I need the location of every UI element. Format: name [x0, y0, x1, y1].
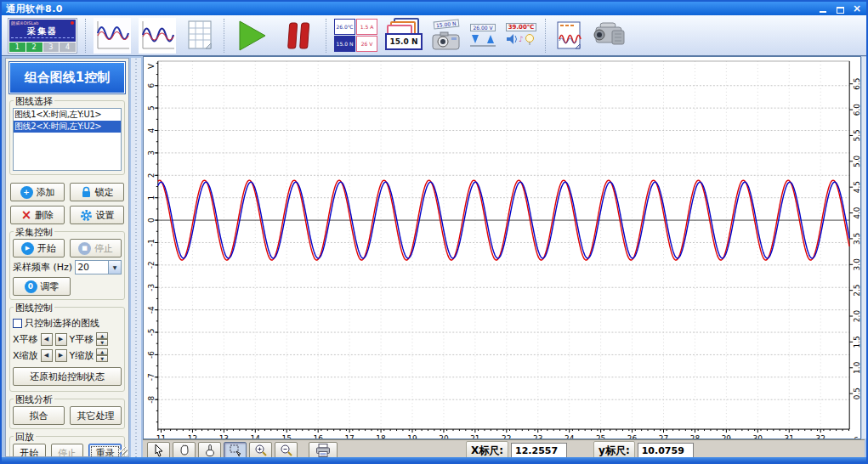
zero-label: 调零 — [41, 280, 60, 293]
svg-text:0.5: 0.5 — [853, 388, 860, 399]
svg-text:1.0: 1.0 — [853, 361, 860, 374]
graph-button[interactable] — [136, 16, 179, 55]
svg-text:4.5: 4.5 — [853, 181, 860, 193]
svg-text:21: 21 — [470, 434, 479, 439]
sample-rate-label: 采样频率 (Hz) — [13, 261, 72, 274]
svg-text:11: 11 — [156, 434, 166, 439]
svg-text:20: 20 — [439, 434, 449, 439]
window-title: 通用软件8.0 — [6, 3, 818, 15]
y-pan-up-button[interactable]: ▲ — [96, 332, 108, 339]
toolbar-separator — [85, 19, 86, 53]
meter-force: 15.0 N — [334, 36, 355, 52]
playback-start-button[interactable]: 开始 — [13, 444, 46, 457]
y-ruler-value[interactable]: 10.0759 — [638, 443, 694, 458]
graph-list-item-selected[interactable]: 图线2<X:时间,左Y:U2> — [14, 121, 121, 133]
collector-device-icon: 朗威®DISLab 采集器 1 2 3 4 — [8, 18, 77, 54]
maximize-icon — [837, 7, 844, 14]
playback-stop-button[interactable]: 停止 — [51, 444, 84, 457]
fit-button[interactable]: 拟合 — [13, 406, 65, 425]
svg-text:25: 25 — [596, 434, 605, 439]
playback-group: 回放 开始 停止 重录 - + — [9, 436, 125, 457]
svg-text:12: 12 — [188, 434, 197, 439]
graph-list[interactable]: 图线1<X:时间,左Y:U1> 图线2<X:时间,左Y:U2> — [13, 108, 122, 171]
combined-graph-button[interactable] — [91, 16, 133, 55]
y-zoom-up-button[interactable]: ▲ — [96, 348, 108, 355]
temperature-control-button[interactable]: 39.00℃ ♪ — [502, 16, 540, 55]
y-zoom-down-button[interactable]: ▼ — [96, 355, 108, 362]
delete-x-icon: × — [21, 209, 32, 221]
run-button[interactable] — [230, 16, 274, 55]
svg-text:2.5: 2.5 — [853, 285, 860, 297]
control-panel: 组合图线1控制 图线选择 图线1<X:时间,左Y:U1> 图线2<X:时间,左Y… — [5, 58, 129, 457]
graph-control-label: 图线控制 — [14, 302, 54, 314]
voltage-control-button[interactable]: 26.00 V — [466, 16, 500, 55]
x-zoom-out-button[interactable]: ◀ — [41, 349, 53, 362]
acquire-stop-button[interactable]: ■ 停止 — [70, 239, 122, 257]
window-bottom-border — [2, 457, 866, 462]
marquee-zoom-icon — [229, 444, 242, 457]
multi-meter-button[interactable]: 26.0℃ 1.5 A 15.0 N 26 V — [332, 16, 380, 55]
plus-icon: + — [20, 186, 33, 199]
y-pan-spinner: ▲ ▼ — [96, 332, 108, 346]
x-zoom-label: X缩放 — [13, 349, 38, 362]
y-pan-down-button[interactable]: ▼ — [96, 339, 108, 346]
lock-button[interactable]: 锁定 — [70, 183, 124, 201]
panel-title: 组合图线1控制 — [9, 62, 125, 93]
gear-icon — [80, 209, 93, 222]
minimize-icon — [820, 11, 826, 13]
reset-control-button[interactable]: 还原初始控制状态 — [13, 367, 122, 386]
sample-rate-combo[interactable]: 20 ▼ — [75, 260, 122, 274]
svg-text:30: 30 — [753, 434, 763, 439]
settings-button[interactable]: 设置 — [70, 206, 124, 224]
minimize-button[interactable] — [818, 4, 828, 14]
svg-text:3.0: 3.0 — [853, 258, 860, 271]
rerecord-button[interactable]: 重录 — [88, 444, 122, 457]
data-table-button[interactable] — [181, 16, 218, 55]
chart-labels: -8-7-6-5-4-3-2-10123456V0.51.01.52.02.53… — [147, 63, 860, 439]
svg-text:5.5: 5.5 — [853, 129, 860, 141]
acquire-start-button[interactable]: ▶ 开始 — [13, 239, 65, 257]
snapshot-button[interactable]: 15.00 N — [429, 16, 463, 55]
combo-dropdown-icon[interactable]: ▼ — [108, 261, 121, 274]
settings-label: 设置 — [96, 209, 115, 222]
play-icon — [235, 19, 269, 53]
collector-title: 采集器 — [11, 25, 74, 38]
x-zoom-in-button[interactable]: ▶ — [55, 349, 67, 362]
graph-list-item[interactable]: 图线1<X:时间,左Y:U1> — [14, 109, 121, 121]
only-selected-label: 只控制选择的图线 — [25, 317, 99, 330]
svg-text:-1: -1 — [147, 239, 156, 246]
maximize-button[interactable] — [835, 4, 845, 14]
svg-text:-7: -7 — [147, 373, 156, 381]
card-meter-button[interactable]: 15.0 N — [383, 16, 427, 55]
close-button[interactable]: × — [852, 4, 862, 14]
svg-text:17: 17 — [344, 434, 354, 439]
speaker-bulb-icon: ♪ — [505, 32, 537, 48]
svg-text:19: 19 — [407, 434, 417, 439]
analysis-group: 图线分析 拟合 其它处理 — [9, 399, 125, 429]
table-icon — [184, 18, 216, 54]
camera-icon: 15.00 N — [432, 20, 461, 51]
voltage-reading: 26.00 V — [470, 24, 495, 31]
panel-resize-grip[interactable] — [119, 447, 128, 456]
zero-button[interactable]: 0 调零 — [13, 277, 71, 296]
pause-button[interactable] — [276, 16, 321, 55]
svg-text:s: s — [854, 434, 859, 439]
pointing-hand-icon — [203, 444, 217, 457]
toolbar-separator — [326, 19, 326, 53]
x-ruler-value[interactable]: 12.2557 — [511, 443, 567, 458]
panel-splitter[interactable] — [131, 58, 141, 457]
svg-text:6: 6 — [147, 83, 156, 88]
toolbar-separator — [224, 19, 224, 53]
x-pan-left-button[interactable]: ◀ — [41, 333, 53, 346]
only-selected-checkbox[interactable] — [13, 319, 22, 328]
x-pan-right-button[interactable]: ▶ — [55, 333, 67, 346]
other-processing-button[interactable]: 其它处理 — [70, 406, 122, 425]
add-button[interactable]: + 添加 — [10, 183, 65, 201]
meter-temp: 26.0℃ — [334, 19, 355, 35]
channel-3: 3 — [43, 42, 60, 52]
report-button[interactable] — [551, 16, 587, 55]
waveform-chart[interactable]: -8-7-6-5-4-3-2-10123456V0.51.01.52.02.53… — [144, 57, 860, 439]
delete-button[interactable]: × 删除 — [10, 206, 65, 224]
video-button[interactable] — [589, 16, 633, 55]
collector-device-button[interactable]: 朗威®DISLab 采集器 1 2 3 4 — [5, 16, 80, 55]
